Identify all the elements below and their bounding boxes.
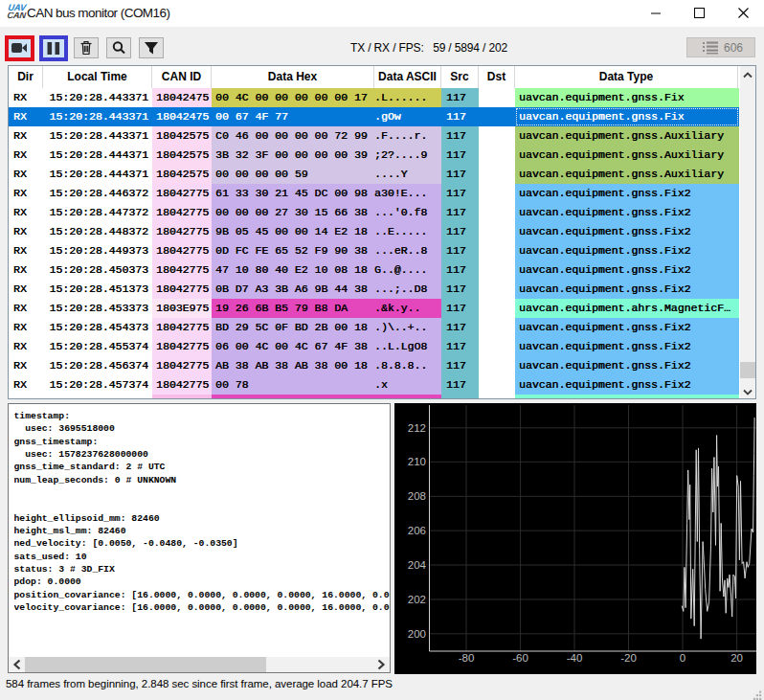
svg-text:-20: -20: [620, 652, 637, 664]
svg-text:202: 202: [408, 594, 426, 605]
svg-text:606: 606: [724, 41, 743, 55]
svg-text:210: 210: [408, 456, 426, 467]
svg-text:208: 208: [408, 490, 426, 502]
svg-text:212: 212: [408, 422, 426, 434]
svg-text:-40: -40: [567, 652, 583, 664]
svg-text:206: 206: [408, 525, 426, 536]
svg-text:-60: -60: [512, 652, 528, 664]
svg-text:200: 200: [408, 628, 426, 640]
svg-text:-80: -80: [459, 652, 475, 664]
svg-text:0: 0: [680, 652, 685, 664]
svg-text:20: 20: [730, 652, 743, 664]
svg-text:204: 204: [408, 559, 427, 571]
